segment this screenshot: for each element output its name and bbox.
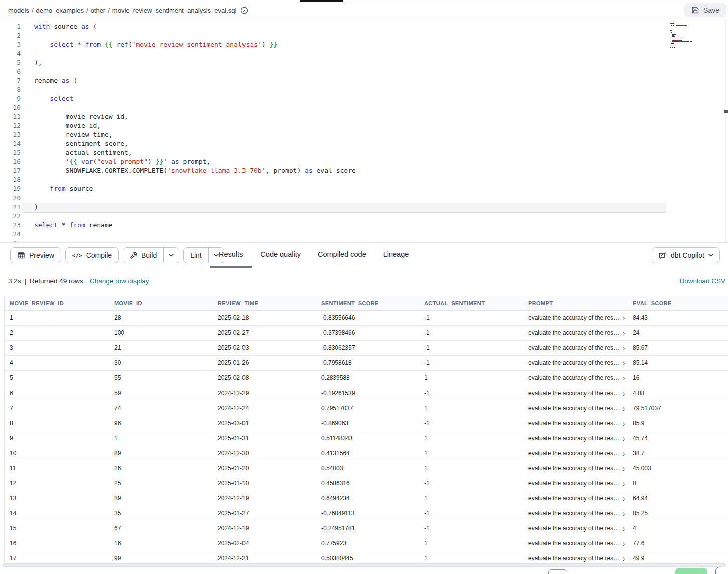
expand-cell-icon[interactable]: › <box>623 314 625 322</box>
code-line-19[interactable]: 19 from source <box>0 184 728 194</box>
code-line-8[interactable]: 8 <box>0 85 728 94</box>
table-row-6: 6592024-12-29-0.19261539-1evaluate the a… <box>5 386 728 401</box>
expand-cell-icon[interactable]: › <box>623 494 625 502</box>
build-button[interactable]: Build <box>123 248 163 263</box>
code-line-4[interactable]: 4 <box>0 49 728 58</box>
expand-cell-icon[interactable]: › <box>623 389 625 397</box>
expand-cell-icon[interactable]: › <box>623 554 625 562</box>
expand-cell-icon[interactable]: › <box>623 434 625 442</box>
lint-button[interactable]: Lint <box>184 248 208 263</box>
code-line-13[interactable]: 13 review_time, <box>0 130 728 139</box>
code-line-17[interactable]: 17 SNOWFLAKE.CORTEX.COMPLETE('snowflake-… <box>0 166 728 175</box>
cell-prompt[interactable]: evaluate the accuracy of the res…› <box>523 416 628 431</box>
code-line-24[interactable]: 24 <box>0 230 728 239</box>
minimap-line <box>671 25 672 26</box>
horizontal-scrollbar[interactable] <box>2 563 726 567</box>
expand-cell-icon[interactable]: › <box>623 449 625 457</box>
cell-movie-review-id: 12 <box>5 476 109 491</box>
cell-prompt[interactable]: evaluate the accuracy of the res…› <box>523 326 628 340</box>
download-csv-link[interactable]: Download CSV <box>679 277 725 285</box>
build-dropdown-chevron[interactable] <box>163 248 179 263</box>
cell-prompt[interactable]: evaluate the accuracy of the res…› <box>523 356 628 370</box>
expand-cell-icon[interactable]: › <box>623 479 625 487</box>
code-line-22[interactable]: 22 <box>0 212 728 221</box>
cell-prompt[interactable]: evaluate the accuracy of the res…› <box>523 461 628 476</box>
cell-prompt[interactable]: evaluate the accuracy of the res…› <box>523 386 628 401</box>
cell-prompt[interactable]: evaluate the accuracy of the res…› <box>523 491 628 506</box>
col-header-movie-review-id[interactable]: MOVIE_REVIEW_ID <box>5 296 109 310</box>
cell-prompt[interactable]: evaluate the accuracy of the res…› <box>523 311 628 325</box>
code-line-21[interactable]: 21) <box>0 203 728 212</box>
cell-prompt[interactable]: evaluate the accuracy of the res…› <box>523 341 628 355</box>
breadcrumb-item[interactable]: other <box>91 7 106 14</box>
code-line-12[interactable]: 12 movie_id, <box>0 121 728 130</box>
minimap-line <box>673 30 673 31</box>
tab-code-quality[interactable]: Code quality <box>252 243 309 268</box>
cell-prompt[interactable]: evaluate the accuracy of the res…› <box>523 446 628 461</box>
line-number: 10 <box>0 103 21 112</box>
build-split-button: Build <box>123 247 179 263</box>
breadcrumb-item[interactable]: movie_review_sentiment_analysis_eval.sql <box>112 7 237 14</box>
code-line-9[interactable]: 9 select <box>0 94 728 103</box>
breadcrumb-item[interactable]: demo_examples <box>36 7 84 14</box>
bottom-partial-button-right[interactable] <box>715 567 728 574</box>
cell-prompt[interactable]: evaluate the accuracy of the res…› <box>523 521 628 536</box>
code-line-3[interactable]: 3 select * from {{ ref('movie_review_sen… <box>0 40 728 49</box>
file-state-icon[interactable] <box>240 7 248 14</box>
code-editor[interactable]: 1with source as (23 select * from {{ ref… <box>0 20 728 242</box>
cell-prompt[interactable]: evaluate the accuracy of the res…› <box>523 551 628 562</box>
code-line-10[interactable]: 10 <box>0 103 728 112</box>
code-line-14[interactable]: 14 sentiment_score, <box>0 139 728 148</box>
editor-scrollbar-thumb[interactable] <box>724 110 728 113</box>
expand-cell-icon[interactable]: › <box>623 464 625 472</box>
cell-prompt[interactable]: evaluate the accuracy of the res…› <box>523 371 628 386</box>
code-area[interactable]: 1with source as (23 select * from {{ ref… <box>0 20 728 242</box>
dbt-copilot-button[interactable]: dbt Copilot <box>652 247 720 263</box>
preview-button[interactable]: Preview <box>10 247 61 263</box>
expand-cell-icon[interactable]: › <box>623 524 625 532</box>
col-header-prompt[interactable]: PROMPT <box>523 296 628 310</box>
code-line-5[interactable]: 5), <box>0 58 728 67</box>
cell-prompt[interactable]: evaluate the accuracy of the res…› <box>523 506 628 521</box>
code-line-6[interactable]: 6 <box>0 67 728 76</box>
code-minimap[interactable] <box>669 22 725 51</box>
bottom-partial-button-left[interactable] <box>548 569 567 574</box>
expand-cell-icon[interactable]: › <box>623 329 625 337</box>
cell-prompt[interactable]: evaluate the accuracy of the res…› <box>523 536 628 551</box>
col-header-sentiment-score[interactable]: SENTIMENT_SCORE <box>316 296 419 310</box>
code-line-1[interactable]: 1with source as ( <box>0 22 728 31</box>
code-line-20[interactable]: 20 <box>0 194 728 203</box>
change-row-display-link[interactable]: Change row display <box>90 277 149 285</box>
expand-cell-icon[interactable]: › <box>623 419 625 427</box>
col-header-actual-sentiment[interactable]: ACTUAL_SENTIMENT <box>419 296 523 310</box>
col-header-movie-id[interactable]: MOVIE_ID <box>109 296 213 310</box>
expand-cell-icon[interactable]: › <box>623 359 625 367</box>
breadcrumb-item[interactable]: models <box>8 7 29 14</box>
tab-compiled-code[interactable]: Compiled code <box>309 243 375 268</box>
cell-movie-review-id: 15 <box>5 521 109 536</box>
cell-prompt[interactable]: evaluate the accuracy of the res…› <box>523 401 628 416</box>
compile-button[interactable]: </> Compile <box>65 247 119 263</box>
cell-prompt[interactable]: evaluate the accuracy of the res…› <box>523 476 628 491</box>
code-line-25[interactable]: 25 <box>0 239 728 242</box>
expand-cell-icon[interactable]: › <box>623 374 625 382</box>
code-line-15[interactable]: 15 actual_sentiment, <box>0 148 728 157</box>
tab-lineage[interactable]: Lineage <box>375 243 418 268</box>
code-line-23[interactable]: 23select * from rename <box>0 221 728 230</box>
code-line-18[interactable]: 18 <box>0 175 728 184</box>
tab-results[interactable]: Results <box>210 243 252 268</box>
expand-cell-icon[interactable]: › <box>623 404 625 412</box>
col-header-eval-score[interactable]: EVAL_SCORE <box>628 296 728 310</box>
expand-cell-icon[interactable]: › <box>623 539 625 547</box>
bottom-partial-pill-green[interactable] <box>675 568 707 574</box>
expand-cell-icon[interactable]: › <box>623 509 625 517</box>
expand-cell-icon[interactable]: › <box>623 344 625 352</box>
cell-prompt[interactable]: evaluate the accuracy of the res…› <box>523 431 628 446</box>
code-line-11[interactable]: 11 movie_review_id, <box>0 112 728 121</box>
code-line-16[interactable]: 16 '{{ var("eval_prompt") }}' as prompt, <box>0 157 728 166</box>
cell-review-time: 2024-12-19 <box>213 491 316 506</box>
col-header-review-time[interactable]: REVIEW_TIME <box>213 296 316 310</box>
save-button[interactable]: Save <box>684 3 726 17</box>
code-line-2[interactable]: 2 <box>0 31 728 40</box>
code-line-7[interactable]: 7rename as ( <box>0 76 728 85</box>
